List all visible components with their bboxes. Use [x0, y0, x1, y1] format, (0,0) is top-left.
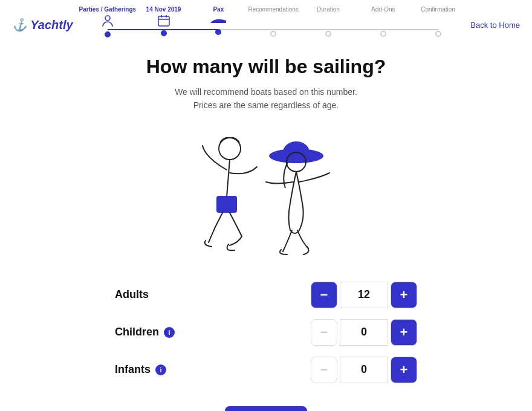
step-duration-dot: [325, 31, 331, 37]
logo: ⚓ Yachtly: [12, 13, 73, 31]
svg-point-0: [105, 16, 110, 21]
step-addons-label: Add-Ons: [371, 6, 395, 13]
step-recommendations-label: Recommendations: [248, 6, 298, 13]
step-parties-dot: [105, 31, 111, 37]
children-value: 0: [340, 319, 388, 346]
next-button[interactable]: Next: [225, 406, 308, 411]
infants-increment-button[interactable]: +: [391, 357, 417, 383]
children-increment-button[interactable]: +: [391, 319, 417, 346]
step-pax-label: Pax: [213, 6, 224, 13]
step-recommendations-dot: [270, 31, 276, 37]
infants-decrement-button[interactable]: −: [311, 357, 337, 383]
infants-controls: − 0 +: [311, 357, 417, 383]
page-subtitle: We will recommend boats based on this nu…: [175, 85, 357, 112]
header: ⚓ Yachtly Parties / Gatherings 14 Nov 20…: [0, 0, 532, 37]
step-duration[interactable]: Duration: [301, 6, 356, 37]
step-parties-icon: [102, 15, 114, 30]
illustration: [169, 125, 363, 270]
adults-label: Adults: [115, 288, 224, 301]
step-addons-dot: [380, 31, 386, 37]
step-pax-icon: [209, 15, 227, 27]
subtitle-line2: Prices are the same regardless of age.: [193, 100, 339, 110]
infants-info-icon[interactable]: i: [155, 364, 166, 375]
step-parties[interactable]: Parties / Gatherings: [79, 6, 136, 37]
adults-decrement-button[interactable]: −: [311, 282, 337, 308]
step-parties-label: Parties / Gatherings: [79, 6, 136, 13]
main-content: How many will be sailing? We will recomm…: [0, 37, 532, 411]
counter-section: Adults − 12 + Children i − 0 + Infants: [115, 282, 417, 394]
step-confirmation-label: Confirmation: [421, 6, 455, 13]
svg-point-2: [219, 138, 241, 160]
infants-row: Infants i − 0 +: [115, 357, 417, 383]
adults-increment-button[interactable]: +: [391, 282, 417, 308]
step-recommendations[interactable]: Recommendations: [246, 6, 301, 37]
svg-line-3: [227, 160, 230, 197]
step-confirmation[interactable]: Confirmation: [410, 6, 465, 37]
svg-rect-1: [158, 16, 169, 26]
children-decrement-button[interactable]: −: [311, 319, 337, 346]
page-title: How many will be sailing?: [146, 56, 386, 78]
infants-label: Infants i: [115, 363, 224, 376]
infants-value: 0: [340, 357, 388, 383]
subtitle-line1: We will recommend boats based on this nu…: [175, 87, 357, 97]
logo-text: Yachtly: [30, 18, 73, 31]
children-info-icon[interactable]: i: [164, 327, 175, 338]
step-date[interactable]: 14 Nov 2019: [136, 6, 191, 36]
step-confirmation-dot: [435, 31, 441, 37]
svg-rect-4: [216, 196, 237, 213]
children-label: Children i: [115, 326, 224, 338]
adults-row: Adults − 12 +: [115, 282, 417, 308]
step-pax[interactable]: Pax: [191, 6, 246, 35]
adults-controls: − 12 +: [311, 282, 417, 308]
step-duration-label: Duration: [317, 6, 340, 13]
step-pax-dot: [215, 29, 221, 35]
figure-woman: [266, 141, 329, 254]
adults-value: 12: [340, 282, 388, 308]
anchor-icon: ⚓: [12, 18, 27, 31]
figure-man: [203, 137, 257, 250]
back-home-link[interactable]: Back to Home: [465, 15, 520, 30]
stepper: Parties / Gatherings 14 Nov 2019: [79, 6, 465, 37]
step-date-icon: [158, 15, 170, 28]
step-date-dot: [161, 30, 167, 36]
children-controls: − 0 +: [311, 319, 417, 346]
children-row: Children i − 0 +: [115, 319, 417, 346]
step-date-label: 14 Nov 2019: [146, 6, 181, 13]
step-addons[interactable]: Add-Ons: [355, 6, 410, 37]
